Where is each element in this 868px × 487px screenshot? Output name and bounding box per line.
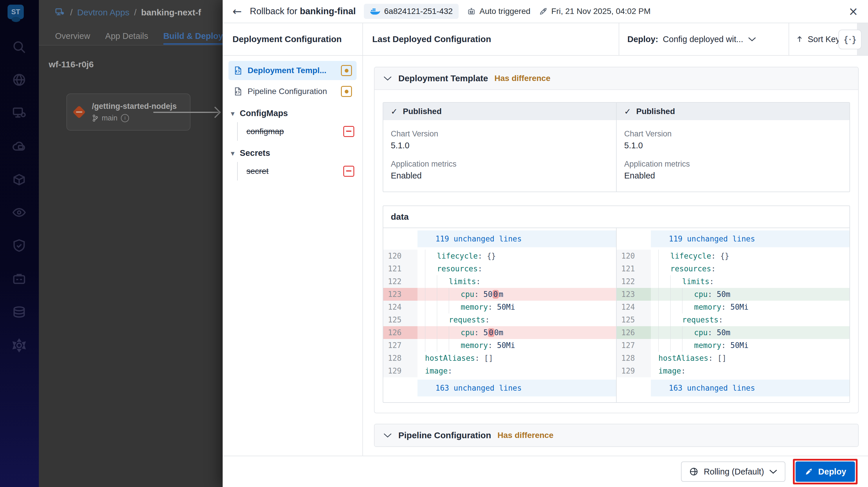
left-panel-item[interactable]: Deployment Templ... <box>228 61 356 80</box>
pipeline-config-section: Pipeline Configuration Has difference <box>374 424 859 447</box>
resource-group: ▾ ConfigMaps configmap <box>228 106 356 141</box>
diff-code-line: 121resources: <box>383 262 616 275</box>
group-label: ConfigMaps <box>240 109 288 118</box>
chevron-down-icon <box>769 469 777 474</box>
line-number: 125 <box>617 313 651 326</box>
diff-code-line: 124memory: 50Mi <box>617 301 849 313</box>
config-field: Chart Version 5.1.0 <box>391 130 609 150</box>
package-icon[interactable] <box>11 172 27 187</box>
config-list: Deployment Templ...Pipeline Configuratio… <box>223 56 362 186</box>
resource-group: ▾ Secrets secret <box>228 145 356 180</box>
published-header: ✓ Published <box>617 103 849 120</box>
item-label: Deployment Templ... <box>248 66 336 75</box>
diff-code-line: 121resources: <box>617 262 849 275</box>
field-label: Chart Version <box>391 130 609 138</box>
field-value: 5.1.0 <box>624 141 842 150</box>
deploy-button[interactable]: Deploy <box>796 461 855 482</box>
file-code-icon <box>233 65 242 76</box>
unchanged-lines-row[interactable]: 119 unchanged lines <box>617 230 849 247</box>
published-column: ✓ PublishedChart Version 5.1.0Applicatio… <box>383 103 616 192</box>
tab-app-details[interactable]: App Details <box>105 28 148 44</box>
global-config-icon[interactable] <box>11 72 27 87</box>
line-number: 122 <box>383 275 417 288</box>
field-label: Application metrics <box>391 160 609 169</box>
info-icon: i <box>121 114 129 122</box>
config-field: Chart Version 5.1.0 <box>624 130 842 150</box>
app-name: banking-final <box>300 6 356 16</box>
annotation-highlight: Deploy <box>793 459 858 484</box>
jobs-icon[interactable] <box>11 271 27 286</box>
published-column: ✓ PublishedChart Version 5.1.0Applicatio… <box>616 103 849 192</box>
devtron-logo[interactable]: ST <box>7 5 24 19</box>
branch-icon <box>92 114 98 122</box>
code-view-toggle-icon[interactable]: {·} <box>838 30 862 49</box>
back-arrow-icon[interactable]: ← <box>232 6 242 17</box>
cloud-apps-icon[interactable] <box>11 139 27 154</box>
unchanged-lines-row[interactable]: 163 unchanged lines <box>383 380 616 397</box>
workflow-name: wf-116-r0j6 <box>49 59 94 69</box>
modal-title: Rollback for banking-final <box>250 6 356 17</box>
breadcrumb-separator: / <box>134 7 136 18</box>
app-icon <box>55 7 65 18</box>
diff-indicator-icon <box>341 65 352 76</box>
bot-icon <box>467 7 476 16</box>
config-nav-panel: Deployment Configuration Deployment Temp… <box>223 23 363 456</box>
resource-item[interactable]: configmap <box>246 122 356 141</box>
diff-scroll-area[interactable]: Deployment Template Has difference ✓ Pub… <box>363 56 868 456</box>
diff-code-line: 129image: <box>383 365 616 377</box>
workflow-area: wf-116-r0j6 /getting-started-nodejs main… <box>39 46 223 487</box>
has-difference-badge: Has difference <box>497 431 553 440</box>
sort-keys-button[interactable]: Sort Keys {·} <box>789 23 868 55</box>
left-panel-item[interactable]: Pipeline Configuration <box>228 82 356 101</box>
line-number: 128 <box>617 352 651 365</box>
breadcrumb: / Devtron Apps / banking-next-f <box>55 7 201 18</box>
pipeline-config-header[interactable]: Pipeline Configuration Has difference <box>375 424 858 447</box>
deployment-template-section: Deployment Template Has difference ✓ Pub… <box>374 67 859 413</box>
resource-stack-icon[interactable] <box>11 305 27 320</box>
config-field: Application metrics Enabled <box>391 160 609 180</box>
diff-main: Last Deployed Configuration Deploy: Conf… <box>363 23 868 456</box>
diff-code-line: 125requests: <box>383 313 616 326</box>
published-table: ✓ PublishedChart Version 5.1.0Applicatio… <box>383 102 850 192</box>
diff-code-line: 125requests: <box>617 313 849 326</box>
deployment-template-header[interactable]: Deployment Template Has difference <box>375 67 858 89</box>
arrow-up-icon <box>796 35 804 43</box>
resource-name: secret <box>246 167 269 176</box>
group-header[interactable]: ▾ ConfigMaps <box>228 106 356 121</box>
line-number: 129 <box>617 365 651 377</box>
chevron-down-icon <box>383 433 392 438</box>
line-number: 125 <box>383 313 417 326</box>
observability-icon[interactable] <box>11 205 27 220</box>
unchanged-lines-row[interactable]: 119 unchanged lines <box>383 230 616 247</box>
field-label: Chart Version <box>624 130 842 138</box>
has-difference-badge: Has difference <box>495 74 551 83</box>
rollback-modal: ← Rollback for banking-final 6a824121-25… <box>223 0 868 487</box>
strategy-globe-icon <box>689 467 699 476</box>
unchanged-lines-row[interactable]: 163 unchanged lines <box>617 380 849 397</box>
close-icon[interactable]: × <box>848 5 858 17</box>
collapse-triangle-icon: ▾ <box>231 149 235 157</box>
diff-left: 119 unchanged lines120lifecycle: {}121re… <box>383 228 616 402</box>
search-icon[interactable] <box>11 39 27 55</box>
breadcrumb-link-devtron-apps[interactable]: Devtron Apps <box>77 7 129 18</box>
field-value: Enabled <box>391 171 609 180</box>
collapse-triangle-icon: ▾ <box>231 109 235 118</box>
field-value: 5.1.0 <box>391 141 609 150</box>
resource-item[interactable]: secret <box>246 162 356 180</box>
tab-build-deploy[interactable]: Build & Deploy <box>163 28 223 44</box>
screen: ST / Devtron Apps / banking-next-f <box>0 0 868 487</box>
clusters-icon[interactable] <box>11 106 27 121</box>
tab-overview[interactable]: Overview <box>55 28 90 44</box>
group-header[interactable]: ▾ Secrets <box>228 145 356 161</box>
modal-footer: Rolling (Default) Deploy <box>223 456 868 487</box>
deploy-config-selector[interactable]: Deploy: Config deployed wit... <box>619 23 789 55</box>
line-number: 123 <box>383 288 417 301</box>
deployment-strategy-dropdown[interactable]: Rolling (Default) <box>681 461 785 482</box>
workflow-arrow <box>153 112 219 113</box>
security-shield-icon[interactable] <box>11 238 27 253</box>
diff-right: 119 unchanged lines120lifecycle: {}121re… <box>616 228 849 402</box>
file-code-icon <box>233 86 242 96</box>
check-icon: ✓ <box>624 107 631 116</box>
settings-gear-icon[interactable] <box>11 338 27 353</box>
app-sidebar: ST <box>0 0 39 487</box>
